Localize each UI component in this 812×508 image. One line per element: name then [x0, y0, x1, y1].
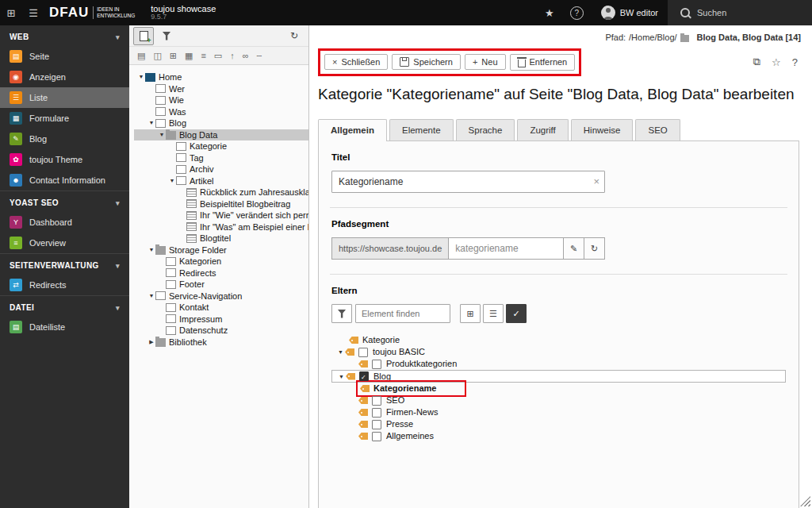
- new-page-toggle-button[interactable]: [133, 27, 154, 45]
- tree-expand-icon[interactable]: ▼: [337, 371, 346, 383]
- tree-expand-icon[interactable]: ▼: [147, 117, 155, 129]
- sidebar-item-liste[interactable]: ☰ Liste: [0, 87, 129, 108]
- pagetree-item-article-3[interactable]: Ihr "Wie" verändert sich permanent: [134, 210, 308, 221]
- toggle-selection-button[interactable]: ✓: [506, 304, 527, 323]
- pagetree-item-tag[interactable]: Tag: [134, 152, 308, 164]
- category-checkbox[interactable]: [358, 348, 368, 357]
- module-grid-icon[interactable]: ⊞: [0, 0, 22, 25]
- pagetree-item-datenschutz[interactable]: Datenschutz: [134, 325, 308, 337]
- sidebar-item-blog[interactable]: ✎ Blog: [0, 129, 129, 149]
- pagetree-item-archiv[interactable]: Archiv: [134, 164, 308, 175]
- category-row-allgemeines[interactable]: Allgemeines: [331, 430, 786, 442]
- section-header-datei[interactable]: DATEI ▾: [0, 295, 129, 317]
- category-row-kategorie[interactable]: Kategorie: [331, 334, 786, 346]
- pagetree-item-kontakt[interactable]: Kontakt: [134, 302, 308, 314]
- drag-new-list-icon[interactable]: ≡: [201, 51, 205, 60]
- sidebar-item-redirects[interactable]: ⇄ Redirects: [0, 275, 129, 295]
- sidebar-item-dateiliste[interactable]: ▤ Dateiliste: [0, 317, 129, 337]
- pagetree-item-storage-folder[interactable]: ▼Storage Folder: [134, 244, 308, 256]
- doc-help-icon[interactable]: ?: [792, 56, 798, 68]
- close-button[interactable]: ×Schließen: [324, 54, 388, 70]
- pagetree-toggle-icon[interactable]: ☰: [22, 0, 44, 25]
- tree-expand-icon[interactable]: ▼: [168, 175, 176, 187]
- drag-new-shortcut-icon[interactable]: ◫: [153, 51, 161, 61]
- sidebar-item-formulare[interactable]: ▦ Formulare: [0, 108, 129, 129]
- pagetree-item-wie[interactable]: Wie: [134, 94, 308, 106]
- user-menu[interactable]: BW editor: [592, 0, 668, 25]
- sidebar-item-dashboard[interactable]: Y Dashboard: [0, 212, 129, 233]
- pagetree-item-wer[interactable]: Wer: [134, 83, 308, 95]
- category-row-produktkategorien[interactable]: Produktkategorien: [331, 358, 786, 370]
- refresh-tree-button[interactable]: ↻: [284, 27, 304, 45]
- tab-sprache[interactable]: Sprache: [456, 119, 515, 140]
- category-row-seo[interactable]: SEO: [331, 394, 786, 406]
- pagetree-item-article-2[interactable]: Beispieltitel Blogbeitrag: [134, 198, 308, 210]
- category-checkbox-checked[interactable]: [359, 371, 369, 381]
- sidebar-item-seite[interactable]: ▤ Seite: [0, 46, 129, 67]
- titel-input[interactable]: [331, 171, 605, 193]
- drag-new-media-icon[interactable]: ▦: [185, 51, 193, 61]
- global-search[interactable]: Suchen: [668, 0, 812, 25]
- pagetree-item-kategorien[interactable]: Kategorien: [134, 256, 308, 267]
- sidebar-item-anzeigen[interactable]: ◉ Anzeigen: [0, 67, 129, 87]
- category-checkbox[interactable]: [372, 408, 381, 418]
- tree-expand-icon[interactable]: ▼: [158, 129, 166, 141]
- help-icon[interactable]: ?: [570, 6, 584, 20]
- filter-button[interactable]: [156, 27, 177, 45]
- pagetree-item-blog[interactable]: ▼Blog: [134, 117, 308, 129]
- drag-new-divider-icon[interactable]: ┄: [257, 51, 262, 61]
- tree-collapsed-icon[interactable]: ▶: [147, 337, 155, 348]
- category-checkbox[interactable]: [372, 396, 381, 406]
- category-checkbox[interactable]: [372, 432, 381, 441]
- sidebar-item-overview[interactable]: ≡ Overview: [0, 233, 129, 253]
- pagetree-item-article-1[interactable]: Rückblick zum Jahresausklangsever: [134, 187, 308, 198]
- expand-all-button[interactable]: ⊞: [460, 304, 481, 323]
- pagetree-item-service-navigation[interactable]: ▼Service-Navigation: [134, 291, 308, 302]
- category-checkbox[interactable]: [372, 420, 381, 429]
- clear-input-icon[interactable]: ×: [593, 175, 599, 187]
- drag-new-folder-icon[interactable]: ▭: [214, 51, 222, 61]
- category-row-firmen-news[interactable]: Firmen-News: [331, 406, 786, 418]
- category-checkbox[interactable]: [372, 360, 381, 369]
- open-new-window-icon[interactable]: ⧉: [753, 56, 760, 68]
- pagetree-item-artikel[interactable]: ▼Artikel: [134, 175, 308, 187]
- pagetree-item-home[interactable]: ▼Home: [134, 71, 308, 83]
- delete-button[interactable]: Entfernen: [510, 54, 576, 71]
- bookmark-star-icon[interactable]: ★: [537, 7, 562, 19]
- category-row-toujou-basic[interactable]: ▼ toujou BASIC: [331, 346, 786, 358]
- slug-edit-button[interactable]: ✎: [564, 237, 584, 260]
- list-view-button[interactable]: ☰: [483, 304, 504, 323]
- eltern-filter-button[interactable]: [331, 304, 352, 323]
- tree-expand-icon[interactable]: ▼: [137, 71, 145, 83]
- slug-recalculate-button[interactable]: ↻: [584, 237, 605, 260]
- drag-new-link-icon[interactable]: ∞: [243, 51, 249, 60]
- tab-hinweise[interactable]: Hinweise: [571, 119, 634, 140]
- slug-input[interactable]: [449, 237, 564, 260]
- tree-expand-icon[interactable]: ▼: [336, 346, 345, 358]
- pagetree-item-bibliothek[interactable]: ▶Bibliothek: [134, 337, 308, 348]
- pagetree-item-blogtitel[interactable]: Blogtitel: [134, 233, 308, 244]
- drag-new-mount-icon[interactable]: ↑: [230, 51, 235, 60]
- eltern-filter-input[interactable]: [355, 304, 450, 323]
- pagetree-item-article-4[interactable]: Ihr "Was" am Beispiel einer bestimm: [134, 221, 308, 233]
- bookmark-outline-icon[interactable]: ☆: [772, 56, 781, 68]
- tab-seo[interactable]: SEO: [635, 119, 680, 140]
- pagetree-item-blog-data[interactable]: ▼Blog Data: [134, 129, 308, 141]
- pagetree-item-footer[interactable]: Footer: [134, 279, 308, 291]
- category-row-presse[interactable]: Presse: [331, 418, 786, 430]
- sidebar-item-contact-information[interactable]: ☻ Contact Information: [0, 170, 129, 190]
- pagetree-item-redirects[interactable]: Redirects: [134, 267, 308, 279]
- tab-allgemein[interactable]: Allgemein: [318, 119, 387, 141]
- pagetree-item-impressum[interactable]: Impressum: [134, 314, 308, 325]
- new-button[interactable]: +Neu: [465, 54, 506, 70]
- section-header-yoast-seo[interactable]: YOAST SEO ▾: [0, 190, 129, 212]
- tab-elemente[interactable]: Elemente: [389, 119, 454, 140]
- tab-zugriff[interactable]: Zugriff: [517, 119, 568, 140]
- category-row-kategoriename[interactable]: Kategoriename: [331, 383, 786, 394]
- save-button[interactable]: Speichern: [392, 54, 461, 70]
- tree-expand-icon[interactable]: ▼: [147, 244, 155, 256]
- pagetree-item-kategorie[interactable]: Kategorie: [134, 140, 308, 152]
- tree-expand-icon[interactable]: ▼: [147, 291, 155, 302]
- pagetree-item-was[interactable]: Was: [134, 106, 308, 118]
- section-header-web[interactable]: WEB ▾: [0, 25, 129, 46]
